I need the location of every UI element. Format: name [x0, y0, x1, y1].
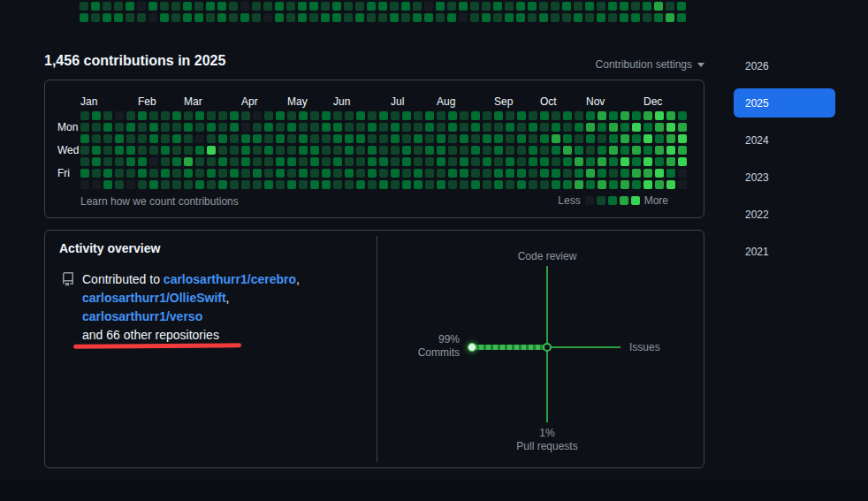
contribution-cell[interactable]	[655, 111, 664, 120]
contribution-cell[interactable]	[437, 123, 445, 132]
contribution-cell[interactable]	[80, 134, 89, 143]
contribution-cell[interactable]	[437, 180, 445, 189]
contribution-cell[interactable]	[666, 13, 674, 22]
contribution-cell[interactable]	[149, 111, 158, 120]
contribution-cell[interactable]	[414, 169, 423, 178]
contribution-cell[interactable]	[609, 180, 618, 189]
contribution-cell[interactable]	[401, 13, 410, 22]
contribution-cell[interactable]	[230, 111, 239, 120]
contribution-cell[interactable]	[505, 13, 514, 22]
contribution-cell[interactable]	[448, 123, 457, 132]
contribution-cell[interactable]	[494, 157, 503, 166]
contribution-cell[interactable]	[161, 180, 170, 189]
contribution-cell[interactable]	[92, 169, 101, 178]
contribution-cell[interactable]	[356, 180, 365, 189]
contribution-cell[interactable]	[631, 13, 640, 22]
contribution-cell[interactable]	[563, 157, 572, 166]
contribution-cell[interactable]	[460, 123, 468, 132]
contribution-cell[interactable]	[552, 123, 560, 132]
contribution-cell[interactable]	[529, 180, 537, 189]
contribution-cell[interactable]	[631, 2, 640, 11]
contribution-cell[interactable]	[310, 146, 319, 155]
contribution-cell[interactable]	[540, 146, 549, 155]
contribution-cell[interactable]	[517, 157, 526, 166]
contribution-cell[interactable]	[183, 13, 192, 22]
contribution-cell[interactable]	[666, 123, 675, 132]
contribution-cell[interactable]	[540, 123, 549, 132]
contribution-cell[interactable]	[678, 169, 687, 178]
contribution-cell[interactable]	[80, 169, 89, 178]
contribution-cell[interactable]	[287, 146, 296, 155]
contribution-cell[interactable]	[402, 123, 411, 132]
contribution-cell[interactable]	[494, 134, 503, 143]
contribution-cell[interactable]	[194, 13, 203, 22]
contribution-cell[interactable]	[195, 157, 204, 166]
contribution-cell[interactable]	[92, 146, 101, 155]
contribution-cell[interactable]	[126, 111, 135, 120]
contribution-cell[interactable]	[206, 2, 215, 11]
contribution-cell[interactable]	[483, 123, 491, 132]
contribution-cell[interactable]	[678, 180, 687, 189]
contribution-cell[interactable]	[483, 169, 491, 178]
contribution-cell[interactable]	[621, 123, 629, 132]
contribution-cell[interactable]	[322, 134, 331, 143]
contribution-cell[interactable]	[309, 2, 318, 11]
contribution-cell[interactable]	[621, 157, 629, 166]
contribution-cell[interactable]	[391, 169, 400, 178]
contribution-cell[interactable]	[310, 157, 319, 166]
contribution-cell[interactable]	[333, 180, 342, 189]
contribution-cell[interactable]	[345, 169, 354, 178]
contribution-cell[interactable]	[241, 157, 250, 166]
contribution-cell[interactable]	[148, 2, 157, 11]
contribution-cell[interactable]	[517, 111, 526, 120]
contribution-cell[interactable]	[241, 146, 250, 155]
contribution-cell[interactable]	[621, 134, 629, 143]
contribution-cell[interactable]	[184, 111, 193, 120]
contribution-cell[interactable]	[299, 169, 308, 178]
contribution-cell[interactable]	[586, 111, 595, 120]
contribution-cell[interactable]	[597, 2, 605, 11]
contribution-cell[interactable]	[597, 13, 605, 22]
contribution-cell[interactable]	[195, 123, 204, 132]
contribution-cell[interactable]	[643, 134, 652, 143]
contribution-cell[interactable]	[562, 13, 571, 22]
contribution-cell[interactable]	[551, 13, 560, 22]
contribution-cell[interactable]	[391, 157, 400, 166]
contribution-cell[interactable]	[437, 134, 445, 143]
contribution-cell[interactable]	[299, 123, 308, 132]
contribution-cell[interactable]	[172, 123, 181, 132]
contribution-cell[interactable]	[460, 111, 468, 120]
contribution-cell[interactable]	[184, 157, 193, 166]
contribution-cell[interactable]	[609, 123, 618, 132]
contribution-cell[interactable]	[632, 111, 641, 120]
contribution-cell[interactable]	[379, 146, 388, 155]
contribution-cell[interactable]	[678, 111, 687, 120]
contribution-cell[interactable]	[551, 2, 560, 11]
contribution-cell[interactable]	[264, 111, 273, 120]
contribution-cell[interactable]	[506, 180, 514, 189]
contribution-cell[interactable]	[321, 13, 330, 22]
contribution-cell[interactable]	[184, 123, 193, 132]
contribution-cell[interactable]	[126, 157, 135, 166]
contribution-cell[interactable]	[655, 134, 664, 143]
contribution-cell[interactable]	[138, 157, 147, 166]
contribution-cell[interactable]	[655, 146, 664, 155]
contribution-cell[interactable]	[310, 134, 319, 143]
contribution-cell[interactable]	[563, 169, 572, 178]
contribution-cell[interactable]	[528, 2, 537, 11]
contribution-cell[interactable]	[322, 146, 331, 155]
contribution-cell[interactable]	[149, 123, 158, 132]
contribution-cell[interactable]	[425, 123, 434, 132]
contribution-cell[interactable]	[149, 134, 158, 143]
contribution-cell[interactable]	[379, 157, 388, 166]
contribution-cell[interactable]	[241, 180, 250, 189]
contribution-cell[interactable]	[356, 111, 365, 120]
contribution-cell[interactable]	[218, 146, 227, 155]
contribution-cell[interactable]	[677, 2, 686, 11]
contribution-cell[interactable]	[355, 13, 364, 22]
contribution-cell[interactable]	[390, 13, 399, 22]
contribution-cell[interactable]	[632, 157, 641, 166]
contribution-cell[interactable]	[378, 2, 387, 11]
contribution-cell[interactable]	[654, 2, 663, 11]
contribution-cell[interactable]	[608, 2, 617, 11]
